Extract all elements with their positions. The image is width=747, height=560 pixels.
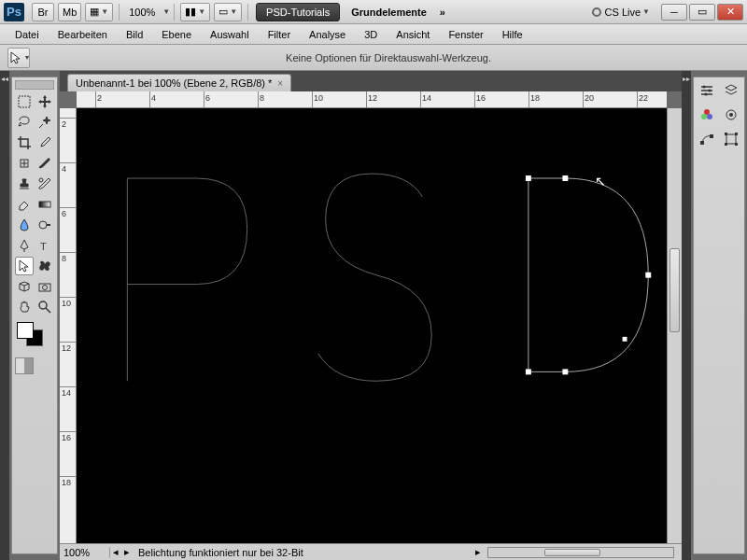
- status-bar: 100% ◂ ▸ Belichtung funktioniert nur bei…: [60, 543, 682, 560]
- eyedropper-tool[interactable]: [35, 133, 54, 152]
- status-info: Belichtung funktioniert nur bei 32-Bit: [133, 547, 472, 558]
- minimize-button[interactable]: ─: [661, 4, 687, 21]
- type-tool[interactable]: T: [35, 236, 54, 255]
- svg-rect-11: [562, 369, 568, 374]
- options-text: Keine Optionen für Direktauswahl-Werkzeu…: [37, 52, 740, 63]
- svg-point-20: [707, 114, 712, 119]
- zoom-level[interactable]: 100%: [123, 7, 161, 18]
- direct-selection-tool[interactable]: [15, 257, 34, 275]
- camera-tool[interactable]: [35, 277, 54, 296]
- layers-icon[interactable]: [722, 81, 740, 100]
- horizontal-scrollbar[interactable]: [487, 547, 674, 558]
- svg-rect-14: [623, 337, 627, 342]
- menu-bild[interactable]: Bild: [117, 26, 152, 43]
- canvas[interactable]: ↖: [77, 108, 667, 543]
- foreground-color[interactable]: [17, 322, 34, 339]
- document-tabs: Unbenannt-1 bei 100% (Ebene 2, RGB/8) * …: [60, 71, 682, 91]
- color-swatch[interactable]: [15, 322, 54, 350]
- screenmode-button[interactable]: ▭▼: [214, 3, 242, 21]
- bridge-button[interactable]: Br: [32, 3, 54, 21]
- svg-rect-25: [726, 134, 736, 144]
- dodge-tool[interactable]: [35, 216, 54, 234]
- maximize-button[interactable]: ▭: [689, 4, 715, 21]
- svg-rect-0: [19, 96, 30, 107]
- styles-icon[interactable]: [722, 105, 740, 124]
- history-brush-tool[interactable]: [35, 175, 54, 193]
- menu-ebene[interactable]: Ebene: [152, 26, 201, 43]
- svg-text:T: T: [40, 241, 47, 252]
- svg-rect-23: [700, 141, 704, 145]
- svg-rect-26: [725, 133, 727, 135]
- status-play[interactable]: ▸: [121, 546, 133, 558]
- transform-icon[interactable]: [722, 130, 740, 148]
- cslive-button[interactable]: CS Live▼: [586, 7, 655, 18]
- workspace-more[interactable]: »: [434, 7, 451, 18]
- eraser-tool[interactable]: [15, 195, 34, 214]
- healing-tool[interactable]: [15, 154, 34, 173]
- svg-rect-12: [645, 273, 651, 278]
- channels-icon[interactable]: [698, 105, 716, 124]
- svg-rect-3: [39, 202, 50, 207]
- document-tab[interactable]: Unbenannt-1 bei 100% (Ebene 2, RGB/8) * …: [67, 74, 291, 91]
- right-collapse[interactable]: ▸▸: [682, 71, 691, 560]
- status-nav-prev[interactable]: ◂: [110, 546, 121, 558]
- magic-wand-tool[interactable]: [35, 113, 54, 132]
- hand-tool[interactable]: [15, 298, 34, 316]
- brush-tool[interactable]: [35, 154, 54, 173]
- document-tab-label: Unbenannt-1 bei 100% (Ebene 2, RGB/8) *: [76, 77, 272, 89]
- crop-tool[interactable]: [15, 133, 34, 152]
- options-bar: ▾ Keine Optionen für Direktauswahl-Werkz…: [0, 45, 747, 71]
- svg-rect-28: [725, 143, 727, 146]
- minibridge-button[interactable]: Mb: [58, 3, 81, 21]
- menu-hilfe[interactable]: Hilfe: [493, 26, 532, 43]
- current-tool-indicator[interactable]: ▾: [7, 48, 30, 68]
- ps-logo: Ps: [4, 3, 24, 21]
- menu-analyse[interactable]: Analyse: [300, 26, 355, 43]
- quickmask-toggle[interactable]: [15, 357, 34, 374]
- zoom-tool[interactable]: [35, 298, 54, 316]
- close-tab-icon[interactable]: ×: [277, 78, 283, 89]
- arrange-button[interactable]: ▮▮▼: [180, 3, 210, 21]
- adjustments-icon[interactable]: [698, 81, 716, 100]
- toolbox-grip[interactable]: [15, 80, 54, 90]
- close-button[interactable]: ✕: [717, 4, 743, 21]
- svg-point-17: [705, 93, 708, 96]
- menu-auswahl[interactable]: Auswahl: [201, 26, 259, 43]
- svg-point-15: [703, 86, 706, 89]
- status-nav-next[interactable]: ▸: [472, 546, 484, 558]
- workspace-other[interactable]: Grundelemente: [344, 4, 434, 21]
- menu-datei[interactable]: Datei: [6, 26, 49, 43]
- svg-point-7: [43, 286, 48, 290]
- marquee-tool[interactable]: [15, 92, 34, 111]
- svg-point-4: [39, 221, 47, 229]
- gradient-tool[interactable]: [35, 195, 54, 214]
- menu-filter[interactable]: Filter: [259, 26, 300, 43]
- status-zoom[interactable]: 100%: [63, 547, 110, 558]
- menu-bearbeiten[interactable]: Bearbeiten: [49, 26, 117, 43]
- menu-fenster[interactable]: Fenster: [439, 26, 492, 43]
- toolbox: T: [11, 77, 58, 554]
- vertical-scrollbar[interactable]: [667, 108, 682, 543]
- svg-rect-24: [710, 134, 713, 138]
- svg-point-2: [39, 178, 43, 182]
- svg-rect-29: [735, 143, 738, 146]
- paths-icon[interactable]: [698, 130, 716, 148]
- move-tool[interactable]: [35, 92, 54, 111]
- pen-tool[interactable]: [15, 236, 34, 255]
- lasso-tool[interactable]: [15, 113, 34, 132]
- menu-ansicht[interactable]: Ansicht: [387, 26, 439, 43]
- left-collapse[interactable]: ◂◂: [0, 71, 9, 560]
- blur-tool[interactable]: [15, 216, 34, 234]
- titlebar: Ps Br Mb ▦▼ 100%▼ ▮▮▼ ▭▼ PSD-Tutorials G…: [0, 0, 747, 24]
- stamp-tool[interactable]: [15, 175, 34, 193]
- 3d-tool[interactable]: [15, 277, 34, 296]
- right-panels: [693, 77, 745, 554]
- workspace-active[interactable]: PSD-Tutorials: [256, 3, 340, 21]
- shape-tool[interactable]: [35, 257, 54, 275]
- svg-rect-9: [526, 175, 531, 181]
- horizontal-ruler: 246810121416182022: [77, 91, 667, 108]
- svg-point-8: [39, 301, 47, 309]
- menu-3d[interactable]: 3D: [355, 26, 387, 43]
- view-extras-button[interactable]: ▦▼: [85, 3, 113, 21]
- svg-point-16: [709, 90, 712, 92]
